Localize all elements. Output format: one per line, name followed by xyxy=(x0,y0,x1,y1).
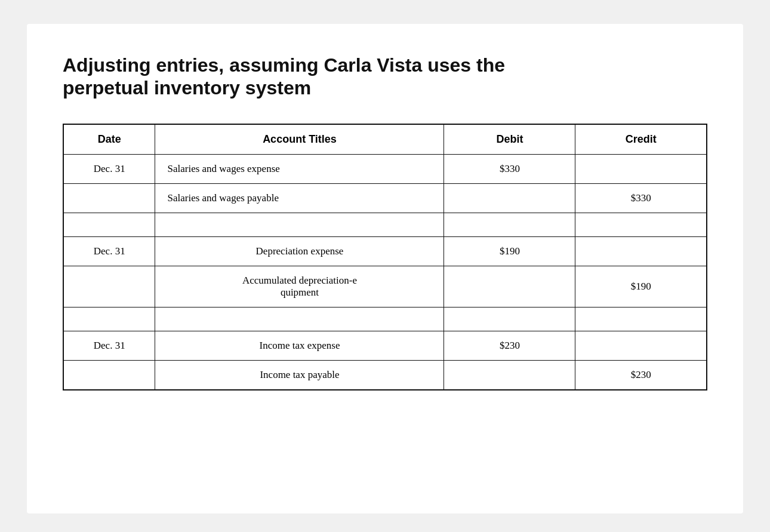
date-cell: Dec. 31 xyxy=(63,236,155,266)
header-account-titles: Account Titles xyxy=(155,124,444,155)
spacer-row xyxy=(63,307,707,331)
header-debit: Debit xyxy=(444,124,575,155)
date-cell: Dec. 31 xyxy=(63,331,155,360)
account-cell: Salaries and wages payable xyxy=(155,183,444,213)
debit-cell: $190 xyxy=(444,236,575,266)
date-cell: Dec. 31 xyxy=(63,154,155,183)
debit-cell xyxy=(444,360,575,390)
date-cell xyxy=(63,266,155,307)
header-date: Date xyxy=(63,124,155,155)
credit-cell xyxy=(575,331,707,360)
table-row: Dec. 31 Depreciation expense $190 xyxy=(63,236,707,266)
account-cell: Accumulated depreciation-equipment xyxy=(155,266,444,307)
spacer-row xyxy=(63,213,707,236)
debit-cell: $230 xyxy=(444,331,575,360)
credit-cell xyxy=(575,154,707,183)
header-credit: Credit xyxy=(575,124,707,155)
debit-cell xyxy=(444,266,575,307)
page-container: Adjusting entries, assuming Carla Vista … xyxy=(27,24,743,513)
table-row: Income tax payable $230 xyxy=(63,360,707,390)
debit-cell xyxy=(444,183,575,213)
date-cell xyxy=(63,183,155,213)
table-row: Dec. 31 Salaries and wages expense $330 xyxy=(63,154,707,183)
account-cell: Depreciation expense xyxy=(155,236,444,266)
account-cell: Salaries and wages expense xyxy=(155,154,444,183)
table-row: Salaries and wages payable $330 xyxy=(63,183,707,213)
credit-cell: $190 xyxy=(575,266,707,307)
credit-cell: $230 xyxy=(575,360,707,390)
debit-cell: $330 xyxy=(444,154,575,183)
date-cell xyxy=(63,360,155,390)
account-cell: Income tax expense xyxy=(155,331,444,360)
credit-cell xyxy=(575,236,707,266)
credit-cell: $330 xyxy=(575,183,707,213)
table-row: Accumulated depreciation-equipment $190 xyxy=(63,266,707,307)
journal-table: Date Account Titles Debit Credit Dec. 31… xyxy=(63,124,707,390)
account-cell: Income tax payable xyxy=(155,360,444,390)
table-row: Dec. 31 Income tax expense $230 xyxy=(63,331,707,360)
page-title: Adjusting entries, assuming Carla Vista … xyxy=(63,54,707,100)
